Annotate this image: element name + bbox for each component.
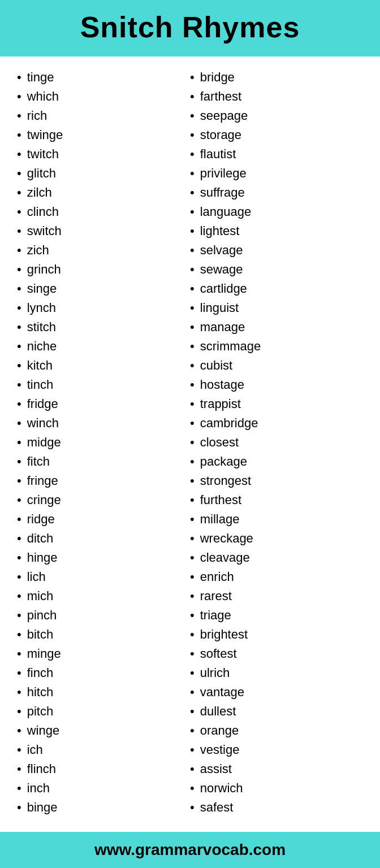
list-item: midge	[17, 433, 190, 452]
list-item: assist	[190, 760, 363, 779]
list-item: closest	[190, 433, 363, 452]
list-item: sewage	[190, 260, 363, 279]
list-item: lynch	[17, 298, 190, 318]
footer-url: www.grammarvocab.com	[94, 841, 286, 858]
list-item: seepage	[190, 106, 363, 125]
list-item: wreckage	[190, 529, 363, 548]
list-item: hitch	[17, 683, 190, 702]
list-item: ulrich	[190, 663, 363, 683]
list-item: safest	[190, 798, 363, 817]
list-item: hostage	[190, 375, 363, 394]
list-item: dullest	[190, 702, 363, 721]
list-item: stitch	[17, 318, 190, 337]
list-item: strongest	[190, 471, 363, 491]
list-item: storage	[190, 125, 363, 145]
list-item: twitch	[17, 145, 190, 164]
list-item: privilege	[190, 164, 363, 183]
list-item: pinch	[17, 606, 190, 625]
list-item: suffrage	[190, 183, 363, 202]
list-item: twinge	[17, 125, 190, 145]
list-item: cubist	[190, 356, 363, 375]
list-item: fitch	[17, 452, 190, 471]
list-item: cambridge	[190, 414, 363, 433]
list-item: ridge	[17, 510, 190, 529]
list-item: millage	[190, 510, 363, 529]
list-item: selvage	[190, 241, 363, 260]
left-column: tingewhichrichtwingetwitchglitchzilchcli…	[17, 68, 190, 821]
list-item: rich	[17, 106, 190, 125]
list-item: flautist	[190, 145, 363, 164]
left-word-list: tingewhichrichtwingetwitchglitchzilchcli…	[17, 68, 190, 817]
list-item: winch	[17, 414, 190, 433]
list-item: softest	[190, 644, 363, 663]
list-item: furthest	[190, 491, 363, 510]
list-item: norwich	[190, 779, 363, 798]
list-item: binge	[17, 798, 190, 817]
right-word-list: bridgefarthestseepagestorageflautistpriv…	[190, 68, 363, 817]
list-item: ditch	[17, 529, 190, 548]
list-item: cartlidge	[190, 279, 363, 298]
right-column: bridgefarthestseepagestorageflautistpriv…	[190, 68, 363, 821]
list-item: fringe	[17, 471, 190, 491]
list-item: singe	[17, 279, 190, 298]
list-item: inch	[17, 779, 190, 798]
list-item: lightest	[190, 222, 363, 241]
list-item: winge	[17, 721, 190, 740]
footer: www.grammarvocab.com	[0, 832, 380, 868]
list-item: language	[190, 202, 363, 222]
list-item: mich	[17, 587, 190, 606]
list-item: tinge	[17, 68, 190, 87]
page-title: Snitch Rhymes	[11, 10, 369, 44]
header: Snitch Rhymes	[0, 0, 380, 57]
list-item: orange	[190, 721, 363, 740]
list-item: which	[17, 87, 190, 106]
list-item: tinch	[17, 375, 190, 394]
list-item: pitch	[17, 702, 190, 721]
list-item: bitch	[17, 625, 190, 644]
list-item: zilch	[17, 183, 190, 202]
list-item: scrimmage	[190, 337, 363, 356]
content-area: tingewhichrichtwingetwitchglitchzilchcli…	[0, 57, 380, 832]
list-item: vestige	[190, 740, 363, 760]
list-item: cringe	[17, 491, 190, 510]
list-item: bridge	[190, 68, 363, 87]
list-item: clinch	[17, 202, 190, 222]
list-item: glitch	[17, 164, 190, 183]
list-item: switch	[17, 222, 190, 241]
list-item: grinch	[17, 260, 190, 279]
list-item: farthest	[190, 87, 363, 106]
list-item: trappist	[190, 394, 363, 414]
list-item: linguist	[190, 298, 363, 318]
list-item: fridge	[17, 394, 190, 414]
list-item: flinch	[17, 760, 190, 779]
list-item: package	[190, 452, 363, 471]
list-item: vantage	[190, 683, 363, 702]
list-item: ich	[17, 740, 190, 760]
list-item: manage	[190, 318, 363, 337]
list-item: enrich	[190, 567, 363, 587]
list-item: finch	[17, 663, 190, 683]
list-item: cleavage	[190, 548, 363, 567]
list-item: niche	[17, 337, 190, 356]
list-item: zich	[17, 241, 190, 260]
list-item: kitch	[17, 356, 190, 375]
list-item: minge	[17, 644, 190, 663]
list-item: brightest	[190, 625, 363, 644]
list-item: hinge	[17, 548, 190, 567]
list-item: lich	[17, 567, 190, 587]
list-item: triage	[190, 606, 363, 625]
list-item: rarest	[190, 587, 363, 606]
